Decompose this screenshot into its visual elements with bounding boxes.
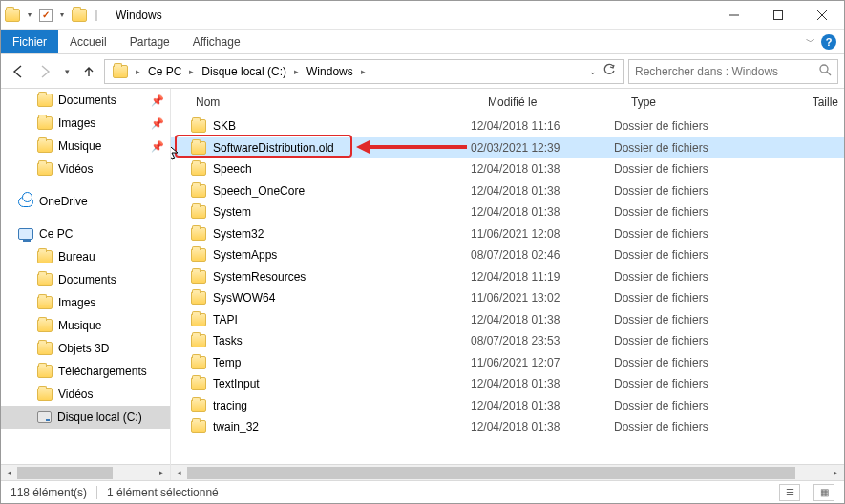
forward-button[interactable] bbox=[33, 60, 56, 83]
folder-icon bbox=[191, 141, 206, 155]
navpane-label: Bureau bbox=[58, 250, 95, 263]
file-type: Dossier de fichiers bbox=[608, 399, 751, 412]
navpane-label: Documents bbox=[58, 273, 116, 286]
tab-home[interactable]: Accueil bbox=[58, 30, 118, 53]
table-row[interactable]: Speech12/04/2018 01:38Dossier de fichier… bbox=[171, 158, 844, 180]
folder-icon bbox=[191, 270, 206, 284]
file-type: Dossier de fichiers bbox=[608, 184, 751, 198]
address-dropdown-icon[interactable]: ⌄ bbox=[589, 67, 597, 76]
close-button[interactable] bbox=[800, 2, 844, 29]
file-name: TAPI bbox=[213, 313, 465, 326]
folder-icon bbox=[37, 116, 53, 130]
navpane-label: Ce PC bbox=[39, 227, 73, 241]
col-size[interactable]: Taille bbox=[769, 95, 844, 109]
folder-icon bbox=[191, 399, 206, 412]
breadcrumb-windows[interactable]: Windows bbox=[303, 65, 357, 78]
navpane-musique[interactable]: Musique📌 bbox=[1, 135, 170, 158]
table-row[interactable]: SystemResources12/04/2018 11:19Dossier d… bbox=[171, 266, 844, 288]
col-type[interactable]: Type bbox=[625, 95, 769, 109]
listview-scrollbar[interactable]: ◂ ▸ bbox=[171, 464, 844, 480]
qat-sep: ｜ bbox=[91, 7, 102, 23]
file-name: SKB bbox=[213, 119, 465, 133]
file-modified: 12/04/2018 01:38 bbox=[465, 205, 608, 219]
recent-dropdown[interactable]: ▾ bbox=[60, 60, 74, 83]
tab-share[interactable]: Partage bbox=[118, 30, 181, 53]
chevron-right-icon[interactable]: ▸ bbox=[134, 67, 142, 76]
chevron-right-icon[interactable]: ▸ bbox=[359, 67, 368, 76]
navpane-cepc[interactable]: Ce PC bbox=[1, 222, 170, 245]
qat-dropdown-2[interactable]: ▾ bbox=[56, 10, 68, 19]
breadcrumb-disk[interactable]: Disque local (C:) bbox=[198, 65, 290, 78]
table-row[interactable]: Temp11/06/2021 12:07Dossier de fichiers bbox=[171, 352, 844, 374]
navpane-scrollbar[interactable]: ◂ ▸ bbox=[1, 464, 170, 480]
file-name: System32 bbox=[213, 227, 465, 241]
help-icon[interactable]: ? bbox=[821, 34, 836, 50]
table-row[interactable]: SoftwareDistribution.old02/03/2021 12:39… bbox=[171, 137, 844, 159]
navigation-bar: ▾ ▸ Ce PC ▸ Disque local (C:) ▸ Windows … bbox=[1, 54, 844, 89]
chevron-right-icon[interactable]: ▸ bbox=[292, 67, 301, 76]
file-name: tracing bbox=[213, 399, 465, 412]
disk-icon bbox=[37, 411, 52, 423]
file-modified: 12/04/2018 11:19 bbox=[465, 270, 608, 284]
navpane-videos[interactable]: Vidéos bbox=[1, 158, 170, 180]
table-row[interactable]: SKB12/04/2018 11:16Dossier de fichiers bbox=[171, 116, 844, 137]
navpane-musique2[interactable]: Musique bbox=[1, 314, 170, 337]
table-row[interactable]: System12/04/2018 01:38Dossier de fichier… bbox=[171, 201, 844, 223]
file-modified: 12/04/2018 11:16 bbox=[465, 119, 608, 133]
navpane-onedrive[interactable]: OneDrive bbox=[1, 190, 170, 213]
ribbon: Fichier Accueil Partage Affichage ﹀ ? bbox=[1, 30, 844, 54]
tab-view[interactable]: Affichage bbox=[181, 30, 252, 53]
search-icon[interactable] bbox=[818, 63, 832, 79]
folder-icon bbox=[191, 248, 206, 262]
qat-properties-button[interactable]: ✓ bbox=[39, 9, 53, 22]
scroll-left-icon[interactable]: ◂ bbox=[1, 465, 17, 481]
navpane-telechargements[interactable]: Téléchargements bbox=[1, 360, 170, 383]
scroll-right-icon[interactable]: ▸ bbox=[828, 465, 844, 481]
scroll-thumb[interactable] bbox=[17, 467, 113, 479]
up-button[interactable] bbox=[77, 60, 100, 83]
navpane-documents2[interactable]: Documents bbox=[1, 268, 170, 291]
folder-icon bbox=[191, 184, 206, 198]
table-row[interactable]: System3211/06/2021 12:08Dossier de fichi… bbox=[171, 223, 844, 245]
folder-icon bbox=[37, 365, 53, 378]
scroll-thumb[interactable] bbox=[187, 467, 795, 479]
view-details-button[interactable]: ☰ bbox=[779, 484, 800, 501]
table-row[interactable]: TAPI12/04/2018 01:38Dossier de fichiers bbox=[171, 309, 844, 331]
scroll-right-icon[interactable]: ▸ bbox=[154, 465, 170, 481]
back-button[interactable] bbox=[7, 60, 30, 83]
navpane-documents[interactable]: Documents📌 bbox=[1, 89, 170, 112]
table-row[interactable]: twain_3212/04/2018 01:38Dossier de fichi… bbox=[171, 416, 844, 438]
refresh-icon[interactable] bbox=[602, 63, 616, 79]
col-modified[interactable]: Modifié le bbox=[482, 95, 625, 109]
window-title: Windows bbox=[116, 9, 162, 22]
navpane-images2[interactable]: Images bbox=[1, 291, 170, 314]
tab-file[interactable]: Fichier bbox=[1, 30, 58, 53]
search-box[interactable] bbox=[628, 59, 838, 84]
address-bar[interactable]: ▸ Ce PC ▸ Disque local (C:) ▸ Windows ▸ … bbox=[104, 59, 624, 84]
pin-icon: 📌 bbox=[151, 94, 164, 107]
col-name[interactable]: Nom bbox=[190, 95, 482, 109]
navpane-images[interactable]: Images📌 bbox=[1, 112, 170, 135]
folder-icon bbox=[37, 273, 53, 286]
table-row[interactable]: Tasks08/07/2018 23:53Dossier de fichiers bbox=[171, 330, 844, 352]
scroll-left-icon[interactable]: ◂ bbox=[171, 465, 187, 481]
table-row[interactable]: Speech_OneCore12/04/2018 01:38Dossier de… bbox=[171, 180, 844, 202]
chevron-right-icon[interactable]: ▸ bbox=[187, 67, 196, 76]
navpane-objets3d[interactable]: Objets 3D bbox=[1, 337, 170, 360]
table-row[interactable]: tracing12/04/2018 01:38Dossier de fichie… bbox=[171, 395, 844, 417]
minimize-button[interactable] bbox=[712, 2, 756, 29]
navpane-disque-c[interactable]: Disque local (C:) bbox=[1, 406, 170, 429]
ribbon-expand-icon[interactable]: ﹀ bbox=[806, 35, 815, 49]
maximize-button[interactable] bbox=[756, 2, 800, 29]
view-thumbnails-button[interactable]: ▦ bbox=[813, 484, 834, 501]
navpane-bureau[interactable]: Bureau bbox=[1, 245, 170, 268]
qat-dropdown[interactable]: ▾ bbox=[24, 10, 35, 19]
navpane-label: Vidéos bbox=[58, 162, 93, 176]
breadcrumb-cepc[interactable]: Ce PC bbox=[144, 65, 185, 78]
table-row[interactable]: SysWOW6411/06/2021 13:02Dossier de fichi… bbox=[171, 287, 844, 309]
navpane-videos2[interactable]: Vidéos bbox=[1, 383, 170, 406]
table-row[interactable]: TextInput12/04/2018 01:38Dossier de fich… bbox=[171, 373, 844, 395]
folder-icon bbox=[37, 94, 53, 107]
search-input[interactable] bbox=[635, 65, 818, 78]
table-row[interactable]: SystemApps08/07/2018 02:46Dossier de fic… bbox=[171, 244, 844, 266]
